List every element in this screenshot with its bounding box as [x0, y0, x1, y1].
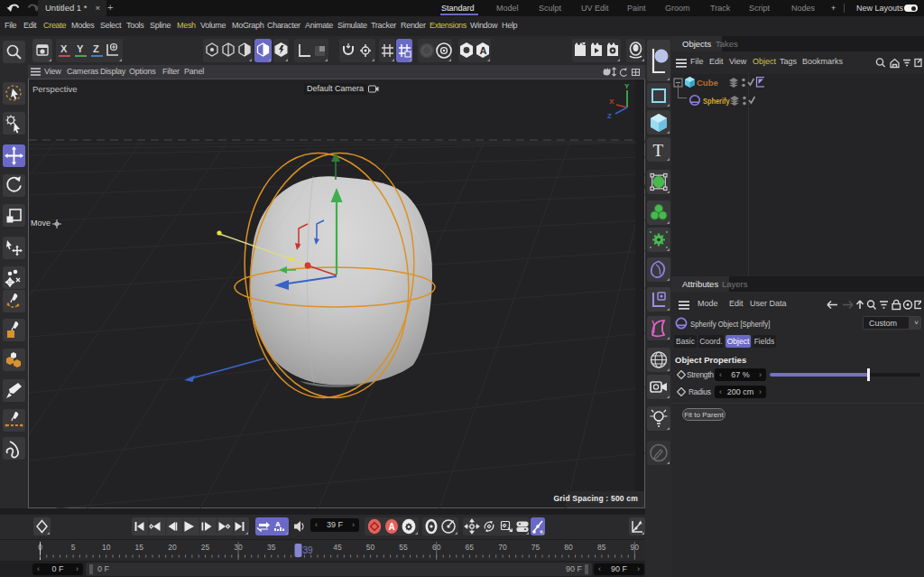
svg-text:50: 50 [366, 543, 375, 552]
svg-text:Y: Y [624, 82, 630, 90]
svg-text:39: 39 [302, 545, 313, 555]
svg-text:X: X [609, 98, 614, 106]
svg-text:Y: Y [77, 43, 84, 54]
svg-text:65: 65 [466, 543, 475, 552]
svg-text:Z: Z [93, 43, 99, 54]
svg-text:Z: Z [607, 112, 612, 120]
svg-text:55: 55 [399, 543, 408, 552]
svg-text:75: 75 [531, 543, 541, 552]
svg-text:80: 80 [564, 543, 573, 552]
svg-text:5: 5 [71, 543, 76, 552]
svg-text:70: 70 [498, 543, 507, 552]
svg-text:A: A [275, 520, 281, 528]
svg-text:T: T [653, 141, 664, 160]
svg-text:35: 35 [267, 543, 276, 552]
svg-text:A: A [479, 45, 486, 56]
svg-text:X: X [60, 43, 68, 54]
svg-text:45: 45 [333, 543, 342, 552]
svg-text:A: A [389, 522, 395, 532]
svg-text:85: 85 [597, 543, 606, 552]
svg-text:10: 10 [102, 543, 111, 552]
svg-text:20: 20 [168, 543, 177, 552]
svg-text:15: 15 [135, 543, 144, 552]
svg-text:25: 25 [201, 543, 210, 552]
